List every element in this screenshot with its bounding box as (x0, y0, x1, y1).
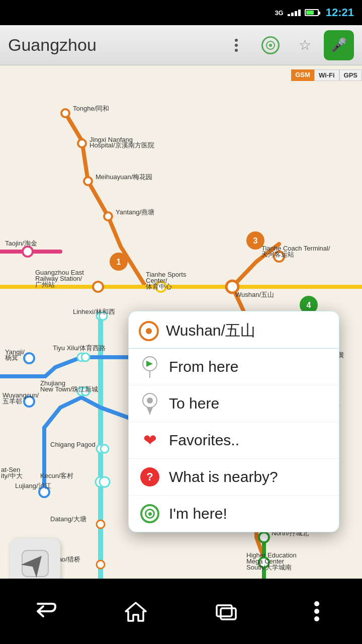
svg-point-85 (147, 397, 153, 404)
bottom-nav (0, 579, 362, 644)
svg-text:Yantang/燕塘: Yantang/燕塘 (116, 208, 154, 216)
svg-text:Tiyu Xilu/体育西路: Tiyu Xilu/体育西路 (53, 344, 106, 352)
im-here-icon (139, 503, 161, 525)
svg-text:ity/中大: ity/中大 (1, 472, 23, 479)
svg-point-95 (314, 616, 319, 621)
svg-text:广州站: 广州站 (35, 281, 55, 288)
svg-text:Kecun/客村: Kecun/客村 (40, 472, 73, 479)
svg-text:Chigang Pagod: Chigang Pagod (50, 441, 96, 448)
connectivity-badge: GSM Wi-Fi GPS (291, 69, 362, 81)
map-area[interactable]: GSM Wi-Fi GPS Tonghe/同和 Jingxi Nanfang H… (0, 65, 362, 619)
recents-button[interactable] (196, 591, 256, 631)
dots-icon (235, 39, 238, 52)
popup-station-name: Wushan/五山 (166, 320, 255, 341)
to-here-icon (139, 392, 161, 415)
gps-badge: GPS (339, 69, 362, 81)
what-nearby-label: What is nearby? (169, 468, 278, 486)
svg-marker-90 (126, 603, 146, 621)
target-green-icon (140, 504, 159, 523)
gsm-badge: GSM (291, 69, 314, 81)
svg-text:Linhexi/林和西: Linhexi/林和西 (73, 308, 115, 315)
svg-text:Wushan/五山: Wushan/五山 (235, 291, 274, 298)
svg-text:Lujiang/泸江: Lujiang/泸江 (15, 482, 51, 490)
mic-button[interactable]: 🎤 (324, 30, 354, 60)
location-button[interactable] (255, 30, 286, 60)
svg-rect-91 (217, 605, 232, 616)
svg-text:South/大学城南: South/大学城南 (246, 564, 292, 571)
svg-point-52 (101, 445, 109, 453)
svg-text:杨箕: 杨箕 (5, 354, 18, 361)
svg-text:Hospital/京溪南方医院: Hospital/京溪南方医院 (89, 141, 154, 149)
svg-text:3: 3 (253, 236, 258, 245)
overflow-dots-icon (313, 599, 321, 624)
favorites-label: Favorites.. (169, 432, 239, 449)
status-bar: 3G 12:21 (0, 0, 362, 25)
svg-text:体育中心: 体育中心 (146, 283, 172, 290)
overflow-menu-button[interactable] (287, 591, 347, 631)
svg-text:Taojin/淘金: Taojin/淘金 (5, 239, 37, 247)
svg-text:五羊邨: 五羊邨 (3, 397, 22, 405)
svg-point-59 (97, 520, 105, 528)
to-here-label: To here (169, 395, 219, 412)
svg-point-4 (78, 139, 86, 147)
network-type: 3G (275, 9, 283, 17)
back-icon (30, 601, 60, 621)
svg-rect-92 (221, 608, 236, 619)
heart-icon: ❤ (143, 431, 157, 450)
svg-point-9 (104, 212, 112, 220)
svg-point-61 (97, 560, 105, 569)
svg-point-30 (23, 247, 33, 257)
from-here-item[interactable]: From here (129, 349, 339, 385)
wifi-badge: Wi-Fi (314, 69, 339, 81)
to-here-item[interactable]: To here (129, 385, 339, 422)
svg-text:New Town/珠江新城: New Town/珠江新城 (40, 385, 98, 393)
mic-icon: 🎤 (331, 37, 347, 53)
favorites-icon: ❤ (139, 429, 161, 451)
home-icon (123, 599, 148, 624)
popup-header: Wushan/五山 (129, 311, 339, 349)
svg-text:1: 1 (117, 258, 121, 266)
from-here-label: From here (169, 358, 238, 375)
question-icon: ? (140, 467, 159, 487)
svg-marker-87 (147, 408, 153, 415)
svg-point-2 (61, 109, 69, 117)
what-nearby-item[interactable]: ? What is nearby? (129, 459, 339, 496)
star-icon: ☆ (299, 37, 311, 53)
svg-text:4: 4 (307, 301, 311, 309)
signal-strength-icon (288, 10, 301, 16)
svg-point-7 (84, 177, 92, 185)
target-icon (261, 36, 280, 54)
what-nearby-icon: ? (139, 466, 161, 488)
im-here-item[interactable]: I'm here! (129, 496, 339, 532)
svg-text:Datang/大塘: Datang/大塘 (50, 515, 86, 523)
favorites-item[interactable]: ❤ Favorites.. (129, 422, 339, 459)
svg-text:Tonghe/同和: Tonghe/同和 (73, 105, 109, 112)
svg-point-39 (81, 353, 89, 361)
home-button[interactable] (106, 591, 166, 631)
svg-point-67 (259, 532, 269, 542)
svg-point-94 (314, 609, 319, 614)
station-icon (139, 321, 159, 341)
svg-point-55 (100, 477, 110, 487)
svg-text:Meihuayuan/梅花园: Meihuayuan/梅花园 (96, 173, 152, 181)
from-here-icon (139, 356, 161, 378)
app-title: Guangzhou (8, 35, 217, 55)
time-display: 12:21 (326, 6, 354, 19)
menu-button[interactable] (221, 30, 251, 60)
favorites-button[interactable]: ☆ (290, 30, 320, 60)
svg-point-35 (24, 353, 34, 363)
back-button[interactable] (15, 591, 75, 631)
svg-text:天河客运站: 天河客运站 (261, 251, 294, 258)
svg-point-93 (314, 601, 319, 606)
svg-point-26 (93, 282, 103, 292)
popup-menu: Wushan/五山 From here To he (128, 311, 339, 532)
navigate-arrow-icon (20, 548, 50, 579)
im-here-label: I'm here! (169, 505, 227, 522)
recents-icon (214, 601, 239, 621)
battery-icon (305, 9, 319, 16)
app-bar: Guangzhou ☆ 🎤 (0, 25, 362, 65)
